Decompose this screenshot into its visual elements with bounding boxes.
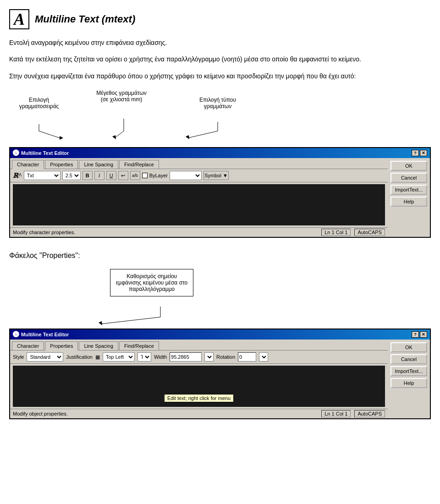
cancel-button-1[interactable]: Cancel bbox=[390, 173, 427, 183]
page-title: Multiline Text (mtext) bbox=[35, 13, 135, 25]
tab-properties[interactable]: Properties bbox=[45, 160, 78, 169]
justification-label: Justification bbox=[66, 354, 92, 360]
dialog-2-statusbar: Modify object properties. Ln 1 Col 1 Aut… bbox=[10, 409, 388, 418]
status-text-1: Modify character properties. bbox=[13, 230, 75, 235]
dialog-1-outer: Character Properties Line Spacing Find/R… bbox=[10, 158, 430, 237]
status-text-2: Modify object properties. bbox=[13, 411, 68, 416]
style-select[interactable]: Standard bbox=[27, 352, 63, 362]
dialog-1-statusbar: Modify character properties. Ln 1 Col 1 … bbox=[10, 227, 388, 237]
svg-marker-5 bbox=[112, 135, 116, 139]
dialog-2-title: Multiline Text Editor bbox=[21, 332, 69, 337]
tab-character-2[interactable]: Character bbox=[12, 341, 44, 350]
dialog-2-titlebar: 🅐 Multiline Text Editor ? ✕ bbox=[10, 329, 430, 340]
symbol-button[interactable]: Symbol ▼ bbox=[204, 171, 229, 180]
dialog-1-app-icon: 🅐 bbox=[13, 149, 19, 157]
callout-text: Καθορισμός σημείουεμφάνισης κειμένου μέσ… bbox=[110, 269, 193, 296]
annotation-label-font: Επιλογή γραμματοσειράς bbox=[14, 97, 64, 110]
dialog-character: 🅐 Multiline Text Editor ? ✕ Character Pr… bbox=[9, 147, 431, 238]
titlebar-left-2: 🅐 Multiline Text Editor bbox=[13, 331, 69, 338]
svg-marker-8 bbox=[186, 135, 189, 139]
help-btn-2[interactable]: ? bbox=[412, 331, 419, 338]
titlebar-left: 🅐 Multiline Text Editor bbox=[13, 149, 69, 157]
callout-box: Καθορισμός σημείουεμφάνισης κειμένου μέσ… bbox=[110, 269, 193, 296]
dialog-2-text-area[interactable]: Edit text; right click for menu bbox=[13, 366, 385, 407]
dialog-1-toolbar: ℝ^ Txt 2.5 B I U ↩ a/b ByLayer bbox=[10, 169, 388, 182]
bylayer-checkbox[interactable] bbox=[142, 173, 148, 178]
svg-line-4 bbox=[115, 131, 124, 138]
callout-arrow bbox=[9, 264, 431, 329]
dialog-2-outer: Character Properties Line Spacing Find/R… bbox=[10, 340, 430, 418]
help-btn[interactable]: ? bbox=[412, 150, 419, 156]
status-right-2: Ln 1 Col 1 AutoCAPS bbox=[321, 410, 385, 417]
font-name-select[interactable]: Txt bbox=[24, 171, 60, 180]
justification-code-select[interactable]: TL bbox=[138, 352, 151, 362]
dialog-1-text-area[interactable] bbox=[13, 184, 385, 225]
titlebar-controls-2[interactable]: ? ✕ bbox=[412, 331, 427, 338]
callout-area: Καθορισμός σημείουεμφάνισης κειμένου μέσ… bbox=[9, 264, 431, 329]
status-ln-col-1: Ln 1 Col 1 bbox=[321, 229, 351, 236]
edit-tooltip: Edit text; right click for menu bbox=[164, 394, 234, 402]
rotation-dropdown[interactable] bbox=[259, 352, 268, 362]
page-title-area: A Multiline Text (mtext) bbox=[9, 9, 431, 29]
annotation-diagram-top: Επιλογή γραμματοσειράς Μέγεθος γραμμάτων… bbox=[9, 88, 431, 147]
import-button-2[interactable]: ImportText... bbox=[390, 366, 427, 376]
close-btn-2[interactable]: ✕ bbox=[420, 331, 427, 338]
dialog-2-tabs[interactable]: Character Properties Line Spacing Find/R… bbox=[10, 340, 388, 351]
underline-button[interactable]: U bbox=[106, 171, 116, 180]
dialog-1-title: Multiline Text Editor bbox=[21, 150, 69, 156]
paragraph-2: Κατά την εκτέλεση της ζητείται να ορίσει… bbox=[9, 54, 431, 64]
justification-select[interactable]: Top Left bbox=[103, 352, 135, 362]
help-button-2[interactable]: Help bbox=[390, 378, 427, 388]
tab-line-spacing[interactable]: Line Spacing bbox=[79, 160, 118, 169]
svg-line-7 bbox=[188, 131, 218, 138]
dialog-properties: 🅐 Multiline Text Editor ? ✕ Character Pr… bbox=[9, 329, 431, 419]
rotation-label: Rotation bbox=[216, 354, 235, 360]
tab-character[interactable]: Character bbox=[12, 160, 44, 169]
stack-button[interactable]: a/b bbox=[130, 171, 140, 180]
dialog-1-buttons: OK Cancel ImportText... Help bbox=[388, 158, 430, 237]
tab-properties-2[interactable]: Properties bbox=[45, 341, 78, 351]
status-right-1: Ln 1 Col 1 AutoCAPS bbox=[321, 229, 385, 236]
svg-marker-11 bbox=[99, 321, 102, 325]
props-toolbar: Style Standard Justification ▦ Top Left … bbox=[10, 351, 388, 364]
undo-button[interactable]: ↩ bbox=[118, 171, 128, 180]
paragraph-1: Εντολή αναγραφής κειμένου στην επιφάνεια… bbox=[9, 38, 431, 48]
status-ln-col-2: Ln 1 Col 1 bbox=[321, 410, 351, 417]
dialog-1-main: Character Properties Line Spacing Find/R… bbox=[10, 158, 388, 237]
style-label: Style bbox=[13, 354, 24, 360]
ok-button-2[interactable]: OK bbox=[390, 342, 427, 352]
font-size-select[interactable]: 2.5 bbox=[62, 171, 81, 180]
cancel-button-2[interactable]: Cancel bbox=[390, 354, 427, 364]
paragraph-3: Στην συνέχεια εμφανίζεται ένα παράθυρο ό… bbox=[9, 71, 431, 81]
help-button-1[interactable]: Help bbox=[390, 197, 427, 207]
ok-button-1[interactable]: OK bbox=[390, 161, 427, 171]
bylayer-checkbox-area[interactable]: ByLayer bbox=[142, 173, 168, 178]
italic-button[interactable]: I bbox=[94, 171, 104, 180]
dialog-1-titlebar: 🅐 Multiline Text Editor ? ✕ bbox=[10, 148, 430, 158]
status-autocaps-2: AutoCAPS bbox=[354, 410, 385, 417]
font-icon-group: ℝ^ bbox=[13, 172, 22, 180]
bold-button[interactable]: B bbox=[82, 171, 93, 180]
folder-section-label: Φάκελος "Properties": bbox=[9, 252, 431, 260]
title-icon: A bbox=[9, 9, 29, 29]
svg-marker-2 bbox=[60, 136, 63, 140]
justification-icon: ▦ bbox=[95, 354, 100, 360]
annotation-label-type: Επιλογή τύπου γραμμάτων bbox=[192, 97, 243, 110]
titlebar-controls[interactable]: ? ✕ bbox=[412, 150, 427, 156]
status-autocaps-1: AutoCAPS bbox=[354, 229, 385, 236]
dialog-2-buttons: OK Cancel ImportText... Help bbox=[388, 340, 430, 418]
tab-line-spacing-2[interactable]: Line Spacing bbox=[79, 341, 118, 350]
width-dropdown[interactable] bbox=[204, 352, 214, 362]
rotation-input[interactable] bbox=[238, 352, 256, 362]
tab-find-replace[interactable]: Find/Replace bbox=[119, 160, 159, 169]
tab-find-replace-2[interactable]: Find/Replace bbox=[119, 341, 159, 350]
layer-select[interactable] bbox=[170, 171, 202, 180]
close-btn[interactable]: ✕ bbox=[420, 150, 427, 156]
bylayer-label: ByLayer bbox=[149, 173, 168, 178]
width-label: Width bbox=[154, 354, 167, 360]
dialog-2-main: Character Properties Line Spacing Find/R… bbox=[10, 340, 388, 418]
dialog-1-tabs[interactable]: Character Properties Line Spacing Find/R… bbox=[10, 158, 388, 169]
import-button-1[interactable]: ImportText... bbox=[390, 185, 427, 195]
svg-line-1 bbox=[39, 131, 60, 138]
width-input[interactable] bbox=[170, 352, 202, 362]
